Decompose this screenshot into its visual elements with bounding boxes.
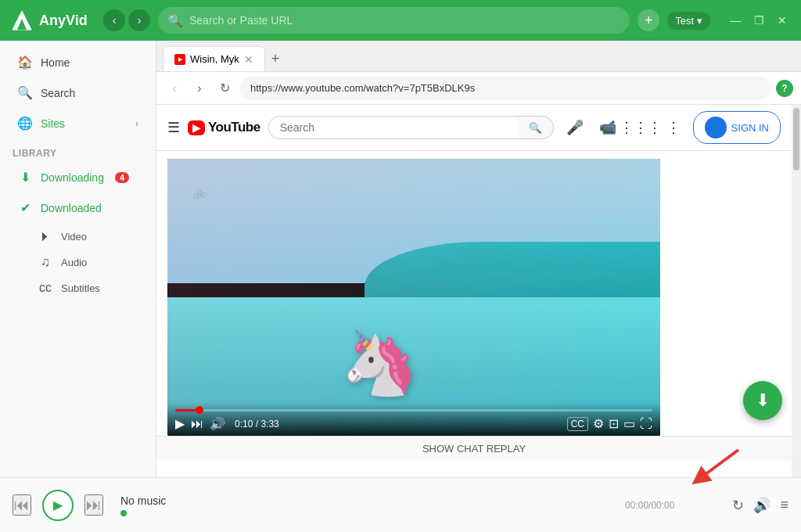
url-input[interactable]	[250, 82, 760, 94]
sidebar-item-downloaded[interactable]: ✔ Downloaded	[5, 193, 151, 222]
progress-bar[interactable]	[175, 409, 652, 412]
browser-scrollbar[interactable]	[792, 105, 801, 477]
sidebar-downloading-label: Downloading	[41, 171, 104, 184]
grid-icon[interactable]: ⋮⋮⋮	[627, 114, 654, 141]
video-scene: 🦄 🚲	[167, 159, 660, 436]
titlebar-nav: ‹ ›	[103, 9, 150, 31]
video-player-wrap: 🦄 🚲 ▶	[156, 151, 792, 436]
help-button[interactable]: ?	[776, 80, 793, 97]
tab-close-button[interactable]: ✕	[244, 53, 253, 66]
subtitles-icon: cc	[38, 281, 53, 295]
fullscreen-button[interactable]: ⛶	[640, 417, 652, 431]
tab-label: Wisin, Myk	[190, 53, 239, 65]
video-player[interactable]: 🦄 🚲 ▶	[167, 159, 660, 436]
sidebar-audio-label: Audio	[61, 257, 87, 268]
player-time: 00:00/00:00	[625, 500, 674, 511]
sidebar-item-video[interactable]: ⏵ Video	[30, 224, 151, 249]
home-icon: 🏠	[17, 55, 33, 70]
player-loop-button[interactable]: ↻	[732, 497, 744, 514]
tab-wisin[interactable]: Wisin, Myk ✕	[163, 46, 265, 71]
youtube-logo: ▶ YouTube	[188, 120, 260, 135]
sidebar-sites-label: Sites	[41, 117, 65, 130]
player-queue-button[interactable]: ≡	[780, 497, 788, 513]
sidebar-item-home[interactable]: 🏠 Home	[5, 48, 151, 77]
camera-icon[interactable]: 📹	[594, 114, 621, 141]
video-controls: ▶ ⏭ 🔊 0:10 / 3:33 CC ⚙	[167, 403, 660, 436]
hamburger-menu-icon[interactable]: ☰	[167, 119, 180, 136]
theater-button[interactable]: ▭	[623, 416, 635, 431]
minimize-button[interactable]: —	[726, 11, 745, 30]
more-options-icon[interactable]: ⋮	[660, 114, 687, 141]
sidebar-subtitles-label: Subtitles	[61, 282, 100, 294]
close-button[interactable]: ✕	[773, 11, 792, 30]
player-info: No music	[114, 494, 614, 516]
play-pause-button[interactable]: ▶	[175, 416, 185, 431]
youtube-logo-text: YouTube	[208, 120, 260, 135]
cc-button[interactable]: CC	[567, 417, 588, 431]
forward-button[interactable]: ›	[128, 9, 150, 31]
sidebar-item-audio[interactable]: ♫ Audio	[30, 250, 151, 275]
player-volume-button[interactable]: 🔊	[753, 497, 770, 514]
app-name-label: AnyVid	[39, 13, 88, 29]
youtube-search-bar[interactable]: 🔍	[268, 116, 554, 139]
tab-favicon-icon	[174, 54, 185, 65]
player-play-button[interactable]: ▶	[42, 490, 74, 521]
sidebar-video-label: Video	[61, 231, 87, 243]
search-icon: 🔍	[17, 85, 33, 100]
sidebar-item-search[interactable]: 🔍 Search	[5, 78, 151, 107]
sign-in-button[interactable]: 👤 SIGN IN	[693, 111, 781, 144]
video-area: 🦄 🚲 ▶	[156, 151, 792, 461]
sidebar-search-label: Search	[41, 87, 75, 99]
sign-in-label: SIGN IN	[731, 122, 769, 134]
player-prev-button[interactable]: ⏮	[13, 494, 31, 516]
youtube-search-input[interactable]	[268, 116, 518, 139]
tab-bar: Wisin, Myk ✕ +	[156, 41, 801, 72]
settings-button[interactable]: ⚙	[593, 416, 604, 431]
back-button[interactable]: ‹	[103, 9, 125, 31]
video-time: 0:10 / 3:33	[235, 419, 279, 430]
video-right-controls: CC ⚙ ⊡ ▭ ⛶	[567, 416, 652, 431]
app-logo: AnyVid	[9, 8, 95, 33]
globe-icon: 🌐	[17, 116, 33, 131]
maximize-button[interactable]: ❐	[749, 11, 768, 30]
miniplayer-button[interactable]: ⊡	[609, 416, 619, 431]
sidebar: 🏠 Home 🔍 Search 🌐 Sites › Library ⬇ Down…	[0, 41, 156, 477]
browser-body: ☰ ▶ YouTube 🔍 🎤 📹 ⋮⋮⋮ ⋮	[156, 105, 801, 477]
url-forward-button[interactable]: ›	[189, 78, 210, 99]
sidebar-home-label: Home	[41, 56, 70, 69]
sidebar-item-subtitles[interactable]: cc Subtitles	[30, 275, 151, 300]
microphone-icon[interactable]: 🎤	[562, 114, 588, 141]
url-back-button[interactable]: ‹	[164, 78, 185, 99]
youtube-toolbar: ☰ ▶ YouTube 🔍 🎤 📹 ⋮⋮⋮ ⋮	[156, 105, 792, 151]
titlebar-search-bar[interactable]: 🔍	[158, 7, 630, 34]
audio-icon: ♫	[38, 255, 53, 269]
new-tab-button[interactable]: +	[265, 46, 286, 71]
add-tab-button[interactable]: +	[638, 9, 659, 31]
video-icon: ⏵	[38, 229, 53, 243]
browser-inner: ☰ ▶ YouTube 🔍 🎤 📹 ⋮⋮⋮ ⋮	[156, 105, 792, 477]
chevron-down-icon: ▾	[697, 15, 702, 27]
sidebar-item-downloading[interactable]: ⬇ Downloading 4	[5, 163, 151, 192]
url-input-wrap[interactable]	[239, 77, 771, 100]
youtube-right-icons: 🎤 📹 ⋮⋮⋮ ⋮ 👤 SIGN IN	[562, 111, 781, 144]
sidebar-item-sites[interactable]: 🌐 Sites ›	[5, 109, 151, 138]
scene-overlay	[167, 159, 660, 436]
url-refresh-button[interactable]: ↻	[214, 78, 235, 99]
check-circle-icon: ✔	[17, 200, 33, 215]
player-progress-bar	[120, 510, 614, 516]
player-next-button[interactable]: ⏭	[84, 494, 103, 516]
next-video-button[interactable]: ⏭	[191, 417, 203, 431]
volume-button[interactable]: 🔊	[210, 416, 225, 431]
player-title: No music	[120, 494, 614, 507]
downloading-badge: 4	[115, 172, 129, 183]
chevron-right-icon: ›	[135, 118, 138, 129]
scrollbar-thumb[interactable]	[793, 108, 799, 171]
sidebar-sub-items: ⏵ Video ♫ Audio cc Subtitles	[0, 223, 156, 301]
show-chat-replay-bar[interactable]: SHOW CHAT REPLAY	[156, 436, 792, 461]
youtube-search-button[interactable]: 🔍	[518, 116, 554, 139]
sidebar-downloaded-label: Downloaded	[41, 202, 102, 214]
download-fab-button[interactable]: ⬇	[743, 381, 782, 420]
search-input[interactable]	[189, 14, 620, 27]
user-menu[interactable]: Test ▾	[667, 12, 710, 30]
player-right-controls: ↻ 🔊 ≡	[732, 497, 788, 514]
